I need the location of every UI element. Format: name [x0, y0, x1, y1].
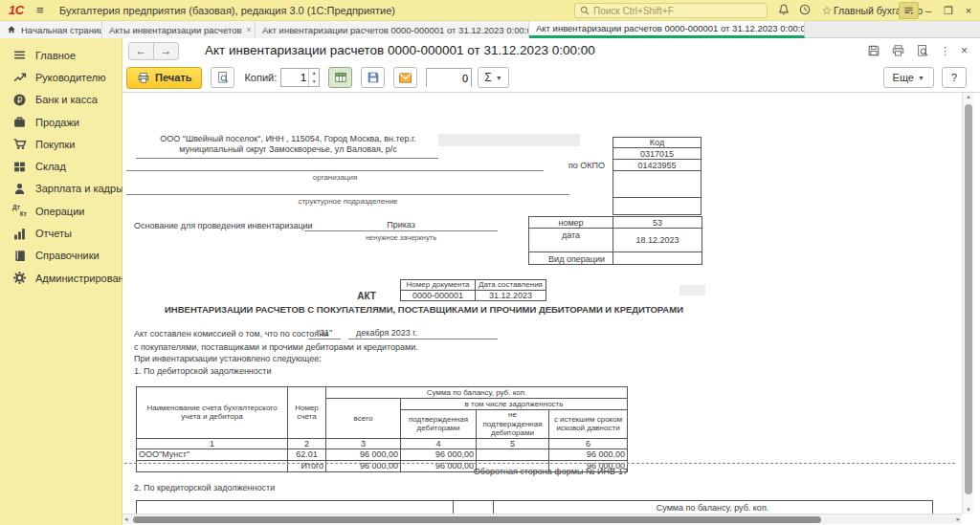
- grid-icon: [12, 160, 27, 174]
- close-document-icon[interactable]: ×: [961, 44, 968, 57]
- sidebar-item-payroll-hr[interactable]: Зарплата и кадры: [0, 178, 122, 200]
- svg-text:₽: ₽: [17, 95, 23, 104]
- send-email-button[interactable]: [393, 67, 417, 88]
- doc-date-value: 31.12.2023: [476, 290, 546, 300]
- scroll-down-icon[interactable]: ▼: [963, 507, 974, 513]
- debtor-account: 62.01: [288, 448, 326, 460]
- tab-label: Акт инвентаризации расчетов 0000-000001 …: [536, 23, 805, 33]
- doc-date-header: Дата составления: [476, 280, 546, 291]
- notifications-bell-icon[interactable]: [777, 3, 792, 18]
- sidebar-item-reports[interactable]: Отчеты: [0, 222, 122, 244]
- col-header-including: в том числе задолженность: [401, 399, 628, 410]
- print-icon[interactable]: [891, 44, 905, 57]
- selected-cell-highlight[interactable]: [438, 134, 580, 146]
- col-header-balance: Сумма по балансу, руб. коп.: [326, 387, 628, 399]
- act-title: ИНВЕНТАРИЗАЦИИ РАСЧЕТОВ С ПОКУПАТЕЛЯМИ, …: [122, 304, 725, 315]
- help-button[interactable]: ?: [942, 67, 967, 88]
- page-break-line: [124, 463, 955, 464]
- col-header-expired: с истекшим сроком исковой давности: [549, 410, 628, 439]
- document-header: ← → Акт инвентаризации расчетов 0000-000…: [122, 38, 980, 63]
- copies-label: Копий:: [244, 72, 277, 83]
- tab-act-document-1[interactable]: Акт инвентаризации расчетов 0000-000001 …: [256, 21, 529, 38]
- sidebar-item-main[interactable]: Главное: [0, 44, 122, 66]
- page-number-input[interactable]: [427, 70, 471, 87]
- print-form-toolbar: Печать Копий: ▲▼ Σ ▼ Еще ▼ ?: [122, 63, 980, 93]
- bar-chart-icon: [12, 227, 27, 241]
- minimize-button[interactable]: –: [921, 2, 936, 19]
- app-title: Бухгалтерия предприятия (базовая), редак…: [59, 5, 395, 16]
- restore-button[interactable]: ❐: [941, 2, 956, 19]
- chevron-down-icon: ▼: [918, 75, 924, 81]
- sidebar-item-directories[interactable]: Справочники: [0, 245, 122, 267]
- table-settings-button[interactable]: [328, 67, 352, 88]
- org-info-line1: ООО "Швейный поселок", ИНН , 115054, Гор…: [134, 134, 442, 143]
- vertical-scroll-thumb[interactable]: [965, 104, 972, 494]
- menu-icon: [12, 48, 27, 62]
- col-header-name: Наименование счета бухгалтерского учета …: [137, 387, 288, 439]
- search-icon: [580, 6, 590, 15]
- basis-note: ненужное зачеркнуть: [304, 233, 498, 242]
- save-icon[interactable]: [867, 44, 880, 57]
- document-title: Акт инвентаризации расчетов 0000-000001 …: [205, 43, 595, 57]
- print-button-label: Печать: [155, 72, 191, 83]
- sidebar-item-warehouse[interactable]: Склад: [0, 155, 122, 177]
- tab-act-document-2-active[interactable]: Акт инвентаризации расчетов 0000-000001 …: [529, 21, 805, 38]
- sidebar-item-purchases[interactable]: Покупки: [0, 133, 122, 155]
- home-icon: [7, 25, 16, 34]
- act-word: АКТ: [328, 291, 405, 301]
- gear-icon: [12, 271, 27, 285]
- person-icon: [12, 182, 27, 196]
- copies-input[interactable]: [281, 69, 308, 86]
- sidebar-item-bank-cash[interactable]: ₽ Банк и касса: [0, 89, 122, 111]
- sidebar-item-operations[interactable]: ДтКт Операции: [0, 200, 122, 222]
- horizontal-scroll-thumb[interactable]: [133, 516, 821, 523]
- more-button[interactable]: Еще ▼: [883, 67, 934, 88]
- main-menu-icon[interactable]: ≡: [36, 3, 44, 17]
- horizontal-scrollbar: ◂ ▸: [122, 514, 962, 524]
- sidebar-item-manager[interactable]: Руководителю: [0, 66, 122, 88]
- main-sections-sidebar: Главное Руководителю ₽ Банк и касса Прод…: [0, 38, 122, 525]
- functions-menu-button[interactable]: [899, 2, 919, 19]
- spin-down-icon[interactable]: ▼: [309, 77, 319, 86]
- basis-label: Основание для проведения инвентаризации: [134, 221, 313, 230]
- global-search-input[interactable]: Поиск Ctrl+Shift+F: [574, 3, 768, 18]
- page-number-field[interactable]: [426, 68, 472, 87]
- save-button[interactable]: [361, 67, 385, 88]
- forward-button[interactable]: →: [153, 42, 179, 60]
- tab-label: Акты инвентаризации расчетов: [109, 25, 242, 35]
- scroll-up-icon[interactable]: ▲: [963, 94, 974, 99]
- copies-stepper[interactable]: ▲▼: [280, 68, 320, 87]
- window-titlebar: 1С ≡ Бухгалтерия предприятия (базовая), …: [0, 0, 980, 21]
- sidebar-item-administration[interactable]: Администрирование: [0, 267, 122, 289]
- doc-number-header: Номер документа: [401, 280, 476, 291]
- history-icon[interactable]: [798, 3, 813, 18]
- ruble-icon: ₽: [12, 93, 27, 107]
- vertical-scrollbar: ▲ ▼: [962, 93, 973, 514]
- chevron-down-icon: ▼: [496, 75, 502, 81]
- favorites-star-icon[interactable]: ☆: [819, 3, 835, 18]
- more-menu-icon[interactable]: ⋮: [940, 45, 950, 57]
- preview-button[interactable]: [211, 67, 234, 88]
- print-button[interactable]: Печать: [126, 67, 202, 89]
- number-label: номер: [529, 217, 613, 229]
- sidebar-item-sales[interactable]: Продажи: [0, 111, 122, 133]
- doc-number-table: Номер документа Дата составления 0000-00…: [400, 279, 546, 301]
- number-value: 53: [613, 217, 702, 229]
- close-window-button[interactable]: ×: [961, 2, 976, 19]
- code-table: Код 0317015 01423955: [612, 137, 702, 215]
- preview-icon[interactable]: [916, 44, 929, 57]
- org-info-line2: муниципальный округ Замоскворечье, ул Ва…: [134, 144, 442, 154]
- spin-up-icon[interactable]: ▲: [309, 69, 319, 77]
- tab-home[interactable]: Начальная страница: [0, 21, 102, 38]
- back-button[interactable]: ←: [128, 42, 154, 60]
- scroll-left-icon[interactable]: ◂: [124, 514, 128, 524]
- section1-title: 1. По дебиторской задолженности: [134, 366, 272, 376]
- tab-acts-list[interactable]: Акты инвентаризации расчетов ×: [102, 21, 256, 38]
- empty-cell-highlight[interactable]: [679, 285, 705, 295]
- scroll-right-icon[interactable]: ▸: [956, 514, 960, 524]
- tab-close-icon[interactable]: ×: [247, 25, 252, 34]
- sum-button[interactable]: Σ ▼: [478, 67, 508, 88]
- section2-title: 2. По кредиторской задолженности: [134, 483, 275, 492]
- code-header: Код: [613, 138, 702, 148]
- spreadsheet-print-form[interactable]: ООО "Швейный поселок", ИНН , 115054, Гор…: [122, 93, 962, 514]
